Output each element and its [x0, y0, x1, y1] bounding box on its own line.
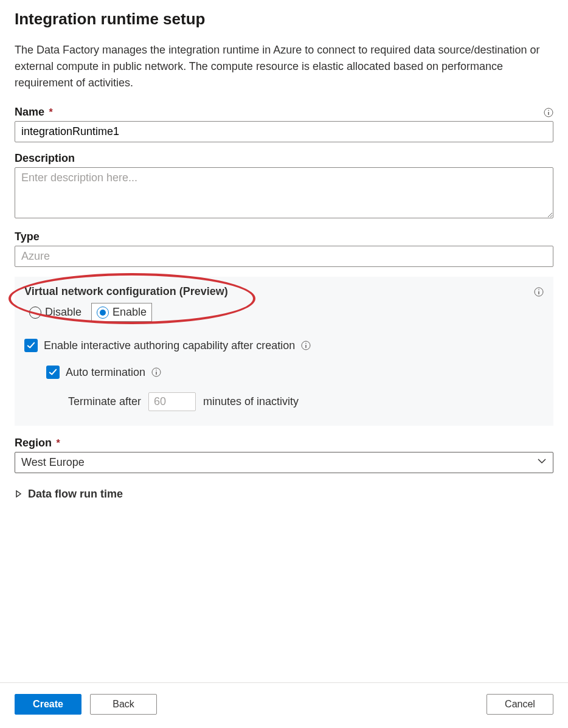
required-marker: * — [56, 438, 60, 448]
radio-label: Disable — [45, 306, 81, 319]
info-icon[interactable] — [151, 367, 161, 377]
page-description: The Data Factory manages the integration… — [15, 42, 553, 91]
name-label: Name — [15, 106, 44, 118]
expander-label: Data flow run time — [28, 488, 123, 501]
description-input[interactable] — [15, 167, 553, 218]
svg-point-8 — [305, 343, 307, 344]
info-icon[interactable] — [534, 287, 544, 297]
vnet-title: Virtual network configuration (Preview) — [24, 285, 228, 298]
radio-icon — [29, 307, 41, 319]
info-icon[interactable] — [301, 341, 311, 350]
svg-point-5 — [538, 289, 539, 290]
required-marker: * — [49, 107, 52, 117]
type-input — [15, 246, 553, 267]
region-field: Region * West Europe — [15, 437, 553, 473]
region-label: Region — [15, 437, 52, 449]
back-button[interactable]: Back — [90, 694, 157, 715]
terminate-suffix: minutes of inactivity — [203, 395, 299, 408]
page-title: Integration runtime setup — [15, 10, 553, 29]
interactive-authoring-label: Enable interactive authoring capability … — [44, 339, 295, 352]
footer: Create Back Cancel — [0, 682, 568, 728]
vnet-enable-radio[interactable]: Enable — [91, 303, 152, 322]
terminate-minutes-input[interactable] — [148, 392, 196, 411]
triangle-right-icon — [15, 488, 22, 501]
dataflow-runtime-expander[interactable]: Data flow run time — [15, 488, 553, 501]
radio-label: Enable — [113, 306, 147, 319]
svg-point-2 — [548, 109, 549, 111]
info-icon[interactable] — [544, 108, 553, 117]
checkbox-icon — [46, 366, 60, 379]
region-dropdown[interactable]: West Europe — [15, 452, 553, 473]
interactive-authoring-checkbox[interactable]: Enable interactive authoring capability … — [24, 339, 544, 352]
chevron-down-icon — [537, 456, 547, 469]
create-button[interactable]: Create — [15, 694, 81, 715]
name-input[interactable] — [15, 121, 553, 142]
svg-point-11 — [156, 370, 157, 371]
auto-termination-checkbox[interactable]: Auto termination — [46, 366, 544, 379]
region-value: West Europe — [21, 456, 85, 469]
type-label: Type — [15, 231, 40, 243]
vnet-radio-group: Disable Enable — [24, 303, 544, 322]
checkbox-icon — [24, 339, 38, 352]
type-field: Type — [15, 231, 553, 267]
vnet-disable-radio[interactable]: Disable — [24, 303, 86, 321]
vnet-panel: Virtual network configuration (Preview) … — [15, 277, 553, 426]
description-label: Description — [15, 152, 75, 165]
terminate-after-row: Terminate after minutes of inactivity — [68, 392, 544, 411]
auto-termination-label: Auto termination — [66, 366, 145, 379]
terminate-prefix: Terminate after — [68, 395, 141, 408]
cancel-button[interactable]: Cancel — [487, 694, 553, 715]
description-field: Description — [15, 152, 553, 221]
radio-icon — [97, 307, 109, 319]
name-field: Name * — [15, 106, 553, 142]
